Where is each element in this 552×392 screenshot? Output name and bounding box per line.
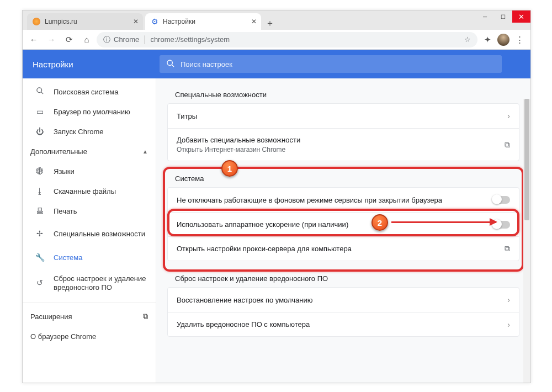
forward-button[interactable]: →	[44, 32, 59, 47]
svg-line-3	[41, 92, 43, 94]
sidebar-item-search-engine[interactable]: Поисковая система	[23, 82, 156, 102]
scrollbar[interactable]	[523, 99, 530, 383]
reset-icon: ↺	[35, 278, 45, 288]
settings-header: Настройки	[23, 50, 530, 78]
sidebar-item-reset[interactable]: ↺ Сброс настроек и удаление вредоносного…	[23, 267, 156, 299]
sidebar-item-label: Скачанные файлы	[54, 187, 116, 195]
chevron-right-icon: ›	[507, 112, 510, 120]
sidebar-item-label: Запуск Chrome	[54, 128, 104, 136]
row-sublabel: Открыть Интернет-магазин Chrome	[177, 146, 300, 153]
external-link-icon: ⧉	[505, 140, 510, 150]
chevron-up-icon: ▲	[142, 149, 148, 155]
section-title-reset: Сброс настроек и удаление вредоносного П…	[167, 270, 519, 287]
bookmark-icon[interactable]: ☆	[464, 35, 471, 44]
browser-window: ─ ☐ ✕ Lumpics.ru ✕ ⚙ Настройки ✕ ＋ ← → ⟳…	[22, 10, 531, 383]
search-input[interactable]	[181, 60, 495, 68]
toggle-hardware-acceleration[interactable]	[492, 221, 510, 229]
chevron-right-icon: ›	[507, 320, 510, 329]
print-icon: 🖶	[35, 206, 45, 215]
row-restore-defaults[interactable]: Восстановление настроек по умолчанию ›	[168, 288, 519, 312]
system-card: Не отключать работающие в фоновом режиме…	[167, 187, 519, 261]
svg-point-0	[167, 60, 172, 65]
tab-lumpics[interactable]: Lumpics.ru ✕	[27, 13, 143, 30]
search-icon	[35, 87, 45, 97]
wrench-icon: 🔧	[35, 253, 45, 262]
row-label: Титры	[177, 112, 197, 120]
row-label: Добавить специальные возможности	[177, 136, 300, 144]
tab-title: Lumpics.ru	[45, 18, 77, 25]
tab-title: Настройки	[163, 18, 195, 25]
home-button[interactable]: ⌂	[79, 32, 94, 47]
sidebar-advanced-label: Дополнительные	[30, 147, 87, 156]
favicon-lumpics	[33, 18, 40, 25]
sidebar-item-languages[interactable]: 🌐︎ Языки	[23, 161, 156, 181]
download-icon: ⭳	[35, 187, 45, 195]
menu-button[interactable]: ⋮	[512, 32, 527, 47]
sidebar-about[interactable]: О браузере Chrome	[23, 326, 156, 346]
row-label: Не отключать работающие в фоновом режиме…	[177, 196, 442, 204]
search-icon	[166, 59, 175, 70]
external-link-icon: ⧉	[143, 312, 148, 321]
minimize-button[interactable]: ─	[476, 10, 494, 23]
divider	[23, 303, 156, 303]
external-link-icon: ⧉	[505, 244, 510, 253]
sidebar-item-downloads[interactable]: ⭳ Скачанные файлы	[23, 181, 156, 201]
sidebar-item-accessibility[interactable]: ✢ Специальные возможности	[23, 221, 156, 247]
sidebar-item-label: Поисковая система	[54, 88, 119, 96]
row-captions[interactable]: Титры ›	[168, 104, 519, 128]
section-title-system: Система	[167, 170, 519, 187]
chrome-label: Chrome	[114, 35, 139, 44]
sidebar-item-printing[interactable]: 🖶 Печать	[23, 201, 156, 221]
settings-search[interactable]	[160, 55, 502, 73]
close-window-button[interactable]: ✕	[512, 10, 530, 23]
settings-title: Настройки	[33, 60, 148, 69]
row-label: Удалить вредоносное ПО с компьютера	[177, 320, 310, 329]
extensions-button[interactable]: ✦	[480, 32, 495, 47]
back-button[interactable]: ←	[26, 32, 41, 47]
sidebar-item-startup[interactable]: ⏻ Запуск Chrome	[23, 121, 156, 141]
sidebar-item-label: Языки	[54, 167, 75, 176]
row-background-apps[interactable]: Не отключать работающие в фоновом режиме…	[168, 188, 519, 212]
close-tab-icon[interactable]: ✕	[251, 18, 257, 25]
sidebar-item-label: Сброс настроек и удаление вредоносного П…	[54, 274, 148, 293]
sidebar-item-label: Специальные возможности	[54, 230, 145, 239]
site-info-icon[interactable]: ⓘ	[103, 35, 110, 45]
scrollbar-thumb[interactable]	[524, 99, 529, 220]
row-hardware-acceleration[interactable]: Использовать аппаратное ускорение (при н…	[168, 212, 519, 236]
row-label: Использовать аппаратное ускорение (при н…	[177, 220, 348, 229]
sidebar-extensions[interactable]: Расширения ⧉	[23, 306, 156, 326]
sidebar-item-system[interactable]: 🔧 Система	[23, 247, 156, 267]
profile-avatar[interactable]	[497, 34, 509, 46]
svg-point-2	[36, 88, 41, 93]
row-label: Открыть настройки прокси-сервера для ком…	[177, 245, 352, 253]
sidebar-item-label: Печать	[54, 207, 77, 215]
sidebar-advanced-toggle[interactable]: Дополнительные ▲	[23, 141, 156, 161]
row-label: Восстановление настроек по умолчанию	[177, 296, 313, 304]
browser-icon: ▭	[35, 107, 45, 116]
section-title-accessibility: Специальные возможности	[167, 86, 519, 103]
tab-settings[interactable]: ⚙ Настройки ✕	[145, 13, 261, 30]
sidebar-item-label: Система	[54, 253, 82, 262]
reset-card: Восстановление настроек по умолчанию › У…	[167, 287, 519, 337]
new-tab-button[interactable]: ＋	[263, 17, 277, 30]
url-text: chrome://settings/system	[150, 35, 230, 44]
globe-icon: 🌐︎	[35, 167, 45, 176]
sidebar-item-label: Браузер по умолчанию	[54, 108, 130, 116]
maximize-button[interactable]: ☐	[494, 10, 512, 23]
sidebar-extensions-label: Расширения	[30, 312, 72, 321]
accessibility-icon: ✢	[35, 229, 45, 239]
accessibility-card: Титры › Добавить специальные возможности…	[167, 103, 519, 161]
power-icon: ⏻	[35, 127, 45, 136]
sidebar-item-default-browser[interactable]: ▭ Браузер по умолчанию	[23, 102, 156, 121]
settings-main: Специальные возможности Титры › Добавить…	[156, 78, 530, 383]
row-cleanup[interactable]: Удалить вредоносное ПО с компьютера ›	[168, 312, 519, 336]
row-proxy-settings[interactable]: Открыть настройки прокси-сервера для ком…	[168, 236, 519, 261]
reload-button[interactable]: ⟳	[61, 32, 77, 47]
tab-strip: Lumpics.ru ✕ ⚙ Настройки ✕ ＋	[23, 10, 530, 30]
toolbar: ← → ⟳ ⌂ ⓘ Chrome │ chrome://settings/sys…	[23, 30, 530, 50]
address-bar[interactable]: ⓘ Chrome │ chrome://settings/system ☆	[97, 32, 477, 47]
close-tab-icon[interactable]: ✕	[133, 18, 139, 25]
row-add-accessibility[interactable]: Добавить специальные возможности Открыть…	[168, 128, 519, 161]
sidebar-about-label: О браузере Chrome	[30, 332, 96, 341]
toggle-background-apps[interactable]	[492, 196, 510, 204]
